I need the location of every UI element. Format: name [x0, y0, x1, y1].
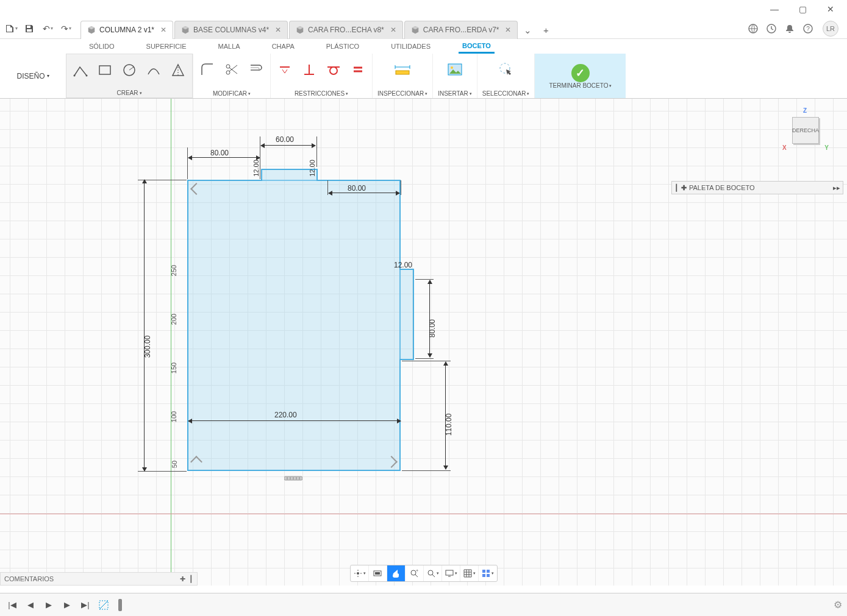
data-panel-button[interactable] — [745, 20, 762, 37]
tab-carafro-erda[interactable]: CARA FRO...ERDA v7* ✕ — [404, 21, 518, 39]
zoom-window-tool[interactable]: + — [406, 565, 424, 581]
tab-carafro-echa[interactable]: CARA FRO...ECHA v8* ✕ — [289, 21, 403, 39]
y-axis — [171, 99, 171, 586]
timeline-settings-icon[interactable]: ⚙ — [834, 599, 842, 611]
dimension-12b[interactable]: 12.00 — [309, 160, 316, 177]
dimension-80c[interactable]: 80.00 — [428, 319, 437, 338]
tab-close-icon[interactable]: ✕ — [390, 26, 396, 34]
display-settings[interactable]: ▾ — [442, 565, 460, 581]
canvas[interactable]: 300.00 220.00 80.00 60.00 80.00 12.00 12… — [0, 99, 847, 586]
line-tool-icon[interactable] — [71, 61, 90, 79]
tab-label: BASE COLUMNAS v4* — [193, 26, 269, 34]
view-cube[interactable]: Z Y X DERECHA — [786, 111, 825, 150]
sketch-profile[interactable] — [187, 180, 401, 471]
ribbon-tab-solido[interactable]: SÓLIDO — [85, 40, 118, 52]
arc-tool-icon[interactable] — [145, 61, 163, 79]
tab-label: COLUMNA 2 v1* — [99, 26, 154, 34]
group-label-crear[interactable]: CREAR▾ — [116, 90, 141, 96]
redo-button[interactable]: ↷▾ — [57, 20, 74, 37]
timeline-back[interactable]: ◀ — [23, 598, 38, 612]
perpendicular-constraint-icon[interactable] — [300, 60, 318, 79]
group-label-terminar[interactable]: TERMINAR BOCETO▾ — [549, 82, 612, 89]
tabs-dropdown-button[interactable]: ⌄ — [519, 22, 536, 39]
workspace-switcher[interactable]: DISEÑO▾ — [0, 54, 66, 98]
select-tool-icon[interactable] — [497, 60, 515, 79]
tab-columna2[interactable]: COLUMNA 2 v1* ✕ — [80, 21, 173, 39]
equal-constraint-icon[interactable] — [349, 60, 367, 79]
help-button[interactable]: ? — [799, 20, 817, 37]
job-status-button[interactable] — [763, 20, 780, 37]
group-label-restricciones[interactable]: RESTRICCIONES▾ — [295, 90, 348, 97]
pan-tool[interactable] — [387, 565, 406, 581]
ribbon-tab-malla[interactable]: MALLA — [215, 40, 244, 52]
ruler-tick: 150 — [170, 363, 177, 373]
maximize-button[interactable]: ▢ — [788, 0, 817, 18]
timeline-play[interactable]: ▶ — [41, 598, 56, 612]
tab-basecolumnas[interactable]: BASE COLUMNAS v4* ✕ — [174, 21, 288, 39]
close-button[interactable]: ✕ — [817, 0, 845, 18]
ribbon-tab-chapa[interactable]: CHAPA — [268, 40, 298, 52]
dimension-300[interactable]: 300.00 — [143, 336, 152, 358]
zoom-tool[interactable]: ▾ — [424, 565, 442, 581]
circle-tool-icon[interactable] — [120, 61, 138, 79]
look-at-tool[interactable] — [369, 565, 387, 581]
group-label-inspeccionar[interactable]: INSPECCIONAR▾ — [377, 90, 427, 97]
ribbon-group-insertar: INSERTAR▾ — [432, 54, 477, 98]
measure-tool-icon[interactable] — [393, 60, 412, 79]
minimize-button[interactable]: — — [760, 0, 788, 18]
notifications-button[interactable] — [781, 20, 798, 37]
rectangle-tool-icon[interactable] — [96, 61, 114, 79]
ribbon-tab-boceto[interactable]: BOCETO — [459, 40, 495, 54]
tab-close-icon[interactable]: ✕ — [160, 26, 166, 34]
tangent-constraint-icon[interactable] — [324, 60, 343, 79]
ribbon-tab-utilidades[interactable]: UTILIDADES — [387, 40, 434, 52]
save-button[interactable] — [21, 20, 38, 37]
sketch-base-grip-icon[interactable] — [284, 475, 302, 481]
ribbon-tab-superficie[interactable]: SUPERFICIE — [143, 40, 190, 52]
offset-tool-icon[interactable] — [247, 60, 265, 79]
dimension-12a[interactable]: 12.00 — [252, 160, 260, 177]
sketch-palette-header[interactable]: ┃ ✚ PALETA DE BOCETO ▸▸ — [671, 181, 843, 194]
ribbon-tab-plastico[interactable]: PLÁSTICO — [323, 40, 363, 52]
timeline-end[interactable]: ▶| — [78, 598, 93, 612]
undo-button[interactable]: ↶▾ — [39, 20, 56, 37]
file-menu-button[interactable]: ▾ — [2, 20, 20, 37]
timeline-sketch-feature[interactable] — [96, 598, 111, 612]
dimension-110[interactable]: 110.00 — [445, 414, 453, 436]
fillet-tool-icon[interactable] — [198, 60, 216, 79]
dimension-80b[interactable]: 80.00 — [348, 184, 366, 193]
comments-pin-icon[interactable]: ┃ — [189, 575, 193, 583]
dimension-220[interactable]: 220.00 — [274, 411, 297, 419]
timeline-start[interactable]: |◀ — [5, 598, 20, 612]
viewport-layout[interactable]: ▾ — [479, 565, 497, 581]
tab-close-icon[interactable]: ✕ — [275, 26, 281, 34]
dimension-line — [261, 145, 315, 146]
group-label-seleccionar[interactable]: SELECCIONAR▾ — [482, 90, 530, 97]
dimension-80a[interactable]: 80.00 — [210, 149, 229, 157]
svg-line-10 — [129, 67, 134, 70]
group-label-modificar[interactable]: MODIFICAR▾ — [213, 90, 251, 97]
comments-panel-header[interactable]: COMENTARIOS ✚┃ — [0, 572, 198, 586]
viewcube-face[interactable]: DERECHA — [792, 117, 819, 144]
axis-y-label: Y — [824, 144, 829, 151]
comments-title: COMENTARIOS — [4, 575, 54, 582]
finish-sketch-button[interactable]: ✓ — [571, 64, 590, 82]
expand-icon[interactable]: ▸▸ — [833, 184, 840, 192]
svg-rect-43 — [446, 570, 453, 575]
orbit-tool[interactable]: ▾ — [351, 565, 369, 581]
add-comment-icon[interactable]: ✚ — [180, 575, 185, 583]
ext-line — [260, 136, 260, 167]
new-tab-button[interactable]: + — [537, 22, 554, 39]
timeline-playhead[interactable] — [118, 599, 122, 611]
grid-settings[interactable]: ▾ — [460, 565, 479, 581]
timeline-forward[interactable]: ▶ — [60, 598, 74, 612]
insert-image-icon[interactable] — [446, 60, 464, 79]
user-avatar[interactable]: LR — [823, 21, 838, 37]
dimension-60[interactable]: 60.00 — [276, 135, 294, 144]
group-label-insertar[interactable]: INSERTAR▾ — [438, 90, 472, 97]
trim-tool-icon[interactable] — [223, 60, 241, 79]
dimension-12c[interactable]: 12.00 — [394, 261, 412, 269]
tab-close-icon[interactable]: ✕ — [505, 26, 511, 34]
horizontal-constraint-icon[interactable] — [276, 60, 294, 79]
polygon-tool-icon[interactable] — [169, 61, 187, 79]
